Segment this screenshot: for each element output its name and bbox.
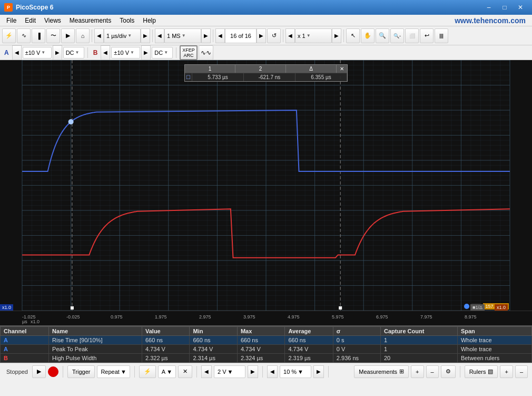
ch-a-voltage-arrow: ▼ (41, 50, 45, 55)
capture-next[interactable]: ▶ (257, 28, 266, 43)
delay-prev[interactable]: ◀ (155, 28, 164, 43)
repeat-dropdown[interactable]: Repeat ▼ (97, 365, 130, 378)
ruler-val-1: 5.733 µs (192, 73, 244, 81)
rem-meas-btn[interactable]: – (426, 365, 439, 378)
percent-next[interactable]: ▶ (313, 365, 324, 378)
zoom-value: x 1 (298, 33, 306, 39)
sep-1 (92, 30, 92, 42)
rem-ruler-btn[interactable]: – (515, 365, 528, 378)
cell-sigma: 2.936 ns (333, 354, 380, 363)
voltage-select[interactable]: 2 V ▼ (214, 365, 245, 378)
scope-canvas[interactable] (0, 60, 532, 311)
tb-icon-3[interactable]: ▐ (32, 28, 45, 43)
x-tick-5: 3.975 (243, 314, 255, 320)
trigger-type-btn[interactable]: ⚡ (139, 365, 156, 378)
timebase-prev[interactable]: ◀ (94, 28, 104, 43)
tb-icon-2[interactable]: ∿ (17, 28, 31, 43)
tb-icon-4[interactable]: 〜 (46, 28, 60, 43)
menu-tools[interactable]: Tools (115, 15, 139, 26)
ch-a-coupling[interactable]: DC ▼ (63, 47, 84, 59)
voltage-prev[interactable]: ◀ (201, 365, 212, 378)
tb-icon-5[interactable]: ▶ (61, 28, 75, 43)
menu-file[interactable]: File (2, 15, 21, 26)
measurements-btn[interactable]: Measurements ⊞ (354, 365, 409, 378)
menu-help[interactable]: Help (139, 15, 160, 26)
cell-span: Whole trace (457, 345, 531, 354)
zoom-in-btn[interactable]: ▶ (332, 28, 341, 43)
ch-b-next[interactable]: ▶ (141, 45, 151, 60)
x-axis-ticks: -1.025 -0.025 0.975 1.975 2.975 3.975 4.… (0, 312, 532, 325)
trigger-button[interactable]: Trigger (67, 365, 95, 378)
settings-btn[interactable]: ||| (435, 28, 448, 43)
ch-b-voltage[interactable]: ±10 V ▼ (111, 47, 140, 59)
capture-prev[interactable]: ◀ (215, 28, 225, 43)
undo-btn[interactable]: ↩ (420, 28, 434, 43)
zoom-dropdown[interactable]: x 1 ▼ (295, 28, 332, 43)
ch-sep-2 (176, 47, 176, 58)
maximize-button[interactable]: □ (497, 2, 512, 13)
cursor-btn[interactable]: ↖ (346, 28, 360, 43)
stop-button[interactable] (48, 366, 58, 377)
ruler-mode-btn[interactable]: ✕ (178, 365, 192, 378)
zoom-out-btn[interactable]: ◀ (285, 28, 295, 43)
percent-arrow: ▼ (298, 369, 303, 375)
ch-a-voltage[interactable]: ±10 V ▼ (23, 47, 52, 59)
tb-refresh[interactable]: ↺ (267, 28, 281, 43)
zoom-cursor-btn[interactable]: ✋ (361, 28, 375, 43)
menu-measurements[interactable]: Measurements (65, 15, 115, 26)
delay-dropdown[interactable]: 1 MS ▼ (164, 28, 201, 43)
close-button[interactable]: ✕ (513, 2, 528, 13)
settings-meas-btn[interactable]: ⚙ (441, 365, 456, 378)
cell-avg: 660 ns (285, 336, 333, 345)
percent-select[interactable]: 10 % ▼ (280, 365, 311, 378)
zoom-in-tool[interactable]: 🔍 (376, 28, 389, 43)
ch-b-prev[interactable]: ◀ (101, 45, 110, 60)
col-channel: Channel (1, 327, 49, 336)
run-button[interactable]: ▶ (32, 365, 46, 378)
add-ruler-btn[interactable]: + (500, 365, 513, 378)
add-meas-btn[interactable]: + (411, 365, 423, 378)
percent-prev[interactable]: ◀ (267, 365, 278, 378)
capture-display: 16 of 16 (225, 28, 257, 43)
menu-edit[interactable]: Edit (21, 15, 40, 26)
x-tick-8: 6.975 (376, 314, 388, 320)
channel-select[interactable]: A ▼ (158, 365, 176, 378)
ch-a-prev[interactable]: ◀ (12, 45, 22, 60)
rulers-checkbox[interactable]: ☐ (185, 73, 192, 81)
menu-views[interactable]: Views (40, 15, 65, 26)
cell-value: 4.734 V (142, 345, 190, 354)
math-btn[interactable]: XFEPARC (180, 45, 198, 60)
delay-nav: ◀ 1 MS ▼ ▶ (155, 28, 211, 43)
ch-b-voltage-arrow: ▼ (130, 50, 134, 55)
ch-a-next[interactable]: ▶ (53, 45, 62, 60)
cell-value: 660 ns (142, 336, 190, 345)
rulers-close[interactable]: ✕ (337, 65, 347, 73)
rulers-btn[interactable]: Rulers ▧ (465, 365, 498, 378)
zoom-fit-tool[interactable]: ⬜ (405, 28, 419, 43)
ch-sep-1 (87, 47, 88, 58)
tb-icon-1[interactable]: ⚡ (2, 28, 16, 43)
x-tick-4: 2.975 (199, 314, 211, 320)
ruler-val-delta: 6.355 µs (295, 73, 347, 81)
ch-b-coupling[interactable]: DC ▼ (152, 47, 173, 59)
statusbar: Stopped ▶ Trigger Repeat ▼ ⚡ A ▼ ✕ ◀ 2 V… (0, 363, 532, 380)
persist-btn[interactable]: ∿∿ (199, 45, 213, 60)
x-scale: x1.0 (31, 319, 40, 324)
voltage-next[interactable]: ▶ (248, 365, 258, 378)
ruler-col-delta: Δ (286, 65, 337, 73)
timebase-dropdown[interactable]: 1 µs/div ▼ (104, 28, 141, 43)
cell-span: Between rulers (457, 354, 531, 363)
zoom-out-tool[interactable]: 🔍- (390, 28, 404, 43)
minimize-button[interactable]: – (481, 2, 496, 13)
sep-3 (213, 30, 213, 42)
timebase-next[interactable]: ▶ (141, 28, 150, 43)
stopped-label: Stopped (4, 369, 30, 375)
channel-select-val: A (162, 369, 165, 375)
delay-next[interactable]: ▶ (201, 28, 211, 43)
window-controls: – □ ✕ (481, 2, 528, 13)
x-tick-9: 7.975 (420, 314, 432, 320)
ruler-val-2: -621.7 ns (244, 73, 295, 81)
tb-icon-6[interactable]: ⌂ (76, 28, 90, 43)
x-tick-2: 0.975 (111, 314, 123, 320)
capture-value: 16 of 16 (230, 33, 251, 39)
